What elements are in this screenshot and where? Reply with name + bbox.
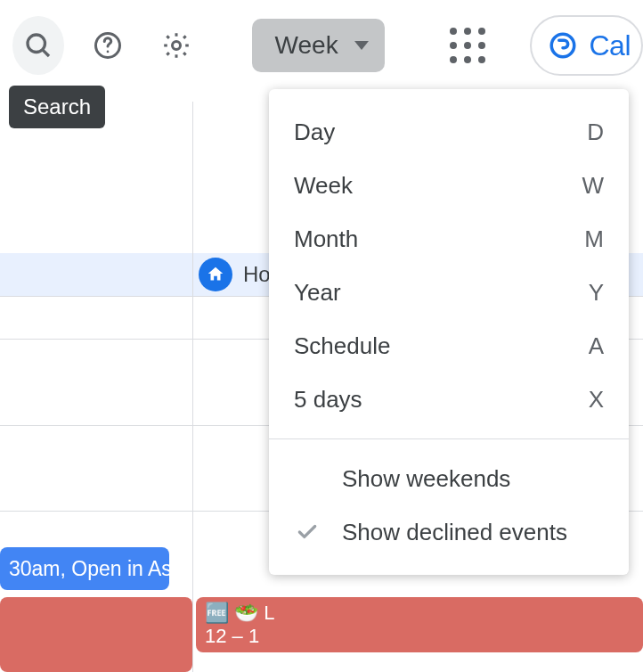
menu-separator — [269, 438, 629, 439]
menu-label: Show weekends — [342, 465, 510, 493]
chevron-down-icon — [354, 41, 369, 50]
help-icon — [92, 29, 124, 61]
event-blue-label: 30am, Open in Asa — [9, 557, 169, 580]
apps-grid-icon — [450, 28, 485, 63]
menu-item-show-weekends[interactable]: Show weekends — [269, 452, 629, 505]
menu-label: Week — [294, 172, 353, 200]
menu-label: Schedule — [294, 332, 390, 360]
toolbar: Week Cal — [0, 0, 643, 91]
search-button[interactable] — [12, 16, 64, 75]
svg-point-0 — [28, 35, 45, 53]
menu-label: Month — [294, 225, 358, 253]
calendly-button[interactable]: Cal — [530, 15, 643, 76]
menu-item-month[interactable]: Month M — [269, 212, 629, 266]
view-switcher-label: Week — [275, 31, 338, 60]
home-chip[interactable]: Hor — [199, 258, 278, 291]
menu-label: Show declined events — [342, 519, 567, 546]
event-red-right-time: 12 – 1 — [205, 625, 634, 648]
view-switcher[interactable]: Week — [252, 19, 385, 72]
menu-label: Day — [294, 119, 335, 146]
settings-button[interactable] — [151, 16, 202, 75]
gear-icon — [160, 29, 192, 61]
event-red-left[interactable] — [0, 597, 192, 672]
menu-item-day[interactable]: Day D — [269, 105, 629, 159]
menu-shortcut: D — [587, 119, 604, 146]
menu-shortcut: M — [584, 225, 604, 253]
menu-label: Year — [294, 279, 341, 307]
menu-item-week[interactable]: Week W — [269, 159, 629, 212]
event-red-right-title: 🆓 🥗 L — [205, 602, 634, 625]
help-button[interactable] — [82, 16, 134, 75]
apps-button[interactable] — [449, 24, 486, 67]
event-red-right[interactable]: 🆓 🥗 L 12 – 1 — [196, 597, 643, 652]
search-icon — [22, 29, 54, 61]
calendly-icon — [548, 30, 578, 61]
menu-item-show-declined[interactable]: Show declined events — [269, 505, 629, 559]
svg-line-1 — [43, 50, 49, 56]
menu-shortcut: A — [589, 332, 604, 360]
calendly-label: Cal — [589, 29, 631, 62]
menu-item-schedule[interactable]: Schedule A — [269, 319, 629, 373]
menu-item-5days[interactable]: 5 days X — [269, 373, 629, 426]
menu-shortcut: W — [582, 172, 604, 200]
check-icon — [294, 520, 321, 544]
event-blue[interactable]: 30am, Open in Asa — [0, 547, 169, 590]
home-icon — [199, 258, 232, 291]
svg-point-4 — [172, 42, 180, 50]
menu-item-year[interactable]: Year Y — [269, 266, 629, 319]
menu-shortcut: Y — [589, 279, 604, 307]
menu-label: 5 days — [294, 386, 362, 414]
svg-point-5 — [552, 34, 575, 57]
svg-point-3 — [107, 51, 110, 53]
menu-shortcut: X — [589, 386, 604, 414]
view-menu: Day D Week W Month M Year Y Schedule A 5… — [269, 89, 629, 575]
